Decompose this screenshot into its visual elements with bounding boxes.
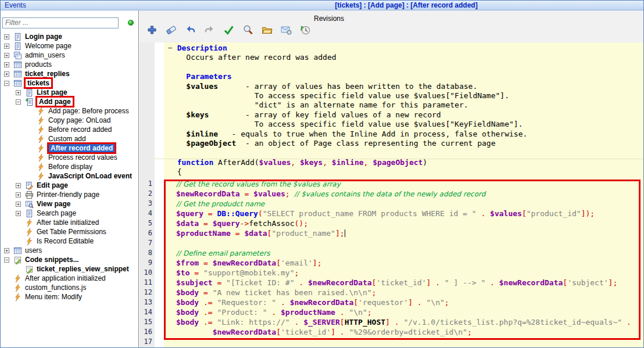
bolt-icon xyxy=(13,283,22,292)
expand-toggle[interactable]: + xyxy=(16,192,21,198)
tree-item-users[interactable]: +users xyxy=(1,246,138,255)
line-number: 12 xyxy=(139,288,152,297)
tree-item-label: Code snippets... xyxy=(24,256,80,264)
event-description: − Description Occurs after new record wa… xyxy=(168,44,527,177)
tree-item-after-record-added[interactable]: After record added xyxy=(1,143,138,153)
bolt-icon xyxy=(36,153,45,162)
tree-item-label: Login page xyxy=(24,33,63,41)
expand-toggle[interactable]: + xyxy=(4,34,9,40)
bolt-icon xyxy=(13,292,22,302)
expand-toggle[interactable]: + xyxy=(4,248,9,253)
code-text[interactable]: // Get the record values from the $value… xyxy=(176,179,631,347)
folder-icon xyxy=(262,24,273,35)
expand-toggle[interactable]: + xyxy=(4,44,9,49)
expand-toggle[interactable]: + xyxy=(16,211,21,216)
tree-item-login-page[interactable]: +Login page xyxy=(1,32,138,41)
clear-button[interactable] xyxy=(164,23,178,37)
doc-edit-icon xyxy=(24,181,34,190)
doc-plus-icon xyxy=(24,97,34,106)
open-button[interactable] xyxy=(260,23,274,37)
history-icon xyxy=(300,24,311,35)
tree-item-label: ticket_replies xyxy=(24,70,71,78)
tree-item-label: After application initialized xyxy=(24,274,107,282)
line-number: 11 xyxy=(139,278,152,288)
tree-item-label: Add page xyxy=(35,96,74,107)
tree-item-menu-item-modify[interactable]: Menu item: Modify xyxy=(1,292,138,302)
expand-toggle[interactable]: + xyxy=(4,53,9,58)
tree-item-view-page[interactable]: +View page xyxy=(1,199,138,209)
bolt-icon xyxy=(36,171,45,181)
bolt-icon xyxy=(36,162,45,171)
check-syntax-button[interactable] xyxy=(221,23,235,37)
text-caret xyxy=(345,229,345,237)
tree-item-label: Welcome page xyxy=(24,42,73,50)
table-icon xyxy=(13,60,22,69)
bolt-icon xyxy=(24,236,34,246)
tree-item-admin-users[interactable]: +admin_users xyxy=(1,51,138,60)
editor-toolbar: Revisions xyxy=(139,10,643,42)
tree-item-get-table-permissions[interactable]: Get Table Permissions xyxy=(1,227,138,236)
tree-item-is-record-editable[interactable]: Is Record Editable xyxy=(1,236,138,246)
bolt-icon xyxy=(24,227,34,236)
tree-item-javascript-onload-event[interactable]: JavaScript OnLoad event xyxy=(1,171,138,181)
filter-bar xyxy=(2,17,137,28)
undo-icon xyxy=(185,24,196,35)
doc-icon xyxy=(24,209,34,218)
eraser-icon xyxy=(166,24,177,35)
expand-toggle[interactable]: + xyxy=(4,62,9,67)
filter-input[interactable] xyxy=(2,17,119,28)
collapse-toggle[interactable]: − xyxy=(16,99,21,105)
expand-toggle[interactable]: + xyxy=(16,90,21,95)
tree-item-ticket-replies-view-snippet[interactable]: ticket_replies_view_snippet xyxy=(1,264,138,274)
editor-margin xyxy=(155,42,164,347)
breadcrumb-title: [tickets] : [Add page] : [After record a… xyxy=(335,1,477,9)
bolt-icon xyxy=(24,218,34,227)
tree-item-welcome-page[interactable]: +Welcome page xyxy=(1,41,138,51)
tree-item-after-table-initialized[interactable]: After table initialized xyxy=(1,218,138,227)
collapse-toggle[interactable]: − xyxy=(4,81,9,86)
line-number: 15 xyxy=(139,317,152,327)
send-email-button[interactable] xyxy=(279,23,293,37)
tree-item-add-page[interactable]: −Add page xyxy=(1,97,138,106)
tree-item-process-record-values[interactable]: Process record values xyxy=(1,153,138,162)
tree-item-search-page[interactable]: +Search page xyxy=(1,209,138,218)
tree-item-edit-page[interactable]: +Edit page xyxy=(1,181,138,190)
tree-item-after-application-initialized[interactable]: After application initialized xyxy=(1,274,138,283)
tree-item-label: Copy page: OnLoad xyxy=(47,116,112,124)
tree-item-custom-functions-js[interactable]: custom_functions.js xyxy=(1,283,138,292)
line-number: 14 xyxy=(139,307,152,317)
redo-button[interactable] xyxy=(202,23,216,37)
bolt-icon xyxy=(13,274,22,283)
code-editor[interactable]: − Description Occurs after new record wa… xyxy=(139,42,643,347)
tree-item-label: After record added xyxy=(47,142,116,154)
bolt-icon xyxy=(36,125,45,134)
revisions-button[interactable] xyxy=(298,23,312,37)
tree-item-add-page-before-process[interactable]: Add page: Before process xyxy=(1,106,138,116)
expand-toggle[interactable]: + xyxy=(16,183,21,188)
tree-item-ticket-replies[interactable]: +ticket_replies xyxy=(1,69,138,78)
line-number: 1 xyxy=(139,179,152,189)
undo-button[interactable] xyxy=(183,23,197,37)
line-number: 8 xyxy=(139,248,152,258)
tree-item-products[interactable]: +products xyxy=(1,60,138,69)
snippet-icon xyxy=(24,264,34,274)
tree-item-tickets[interactable]: −tickets xyxy=(1,78,138,88)
expand-toggle[interactable]: + xyxy=(16,202,21,207)
tree-item-before-display[interactable]: Before display xyxy=(1,162,138,171)
magnifier-icon xyxy=(242,24,253,35)
tree-item-printer-friendly-page[interactable]: +Printer-friendly page xyxy=(1,190,138,199)
tree-item-before-record-added[interactable]: Before record added xyxy=(1,125,138,134)
search-button[interactable] xyxy=(241,23,255,37)
line-number: 5 xyxy=(139,218,152,228)
line-number: 4 xyxy=(139,209,152,218)
check-icon xyxy=(223,24,234,35)
expand-toggle[interactable]: + xyxy=(4,71,9,77)
bolt-icon xyxy=(36,143,45,153)
add-button[interactable] xyxy=(145,23,159,37)
tree-item-label: Custom add xyxy=(47,135,87,143)
tree-item-code-snippets[interactable]: −Code snippets... xyxy=(1,255,138,264)
tree-item-label: Edit page xyxy=(35,181,69,189)
tree-item-label: ticket_replies_view_snippet xyxy=(35,265,130,273)
collapse-toggle[interactable]: − xyxy=(4,257,9,263)
tree-item-copy-page-onload[interactable]: Copy page: OnLoad xyxy=(1,116,138,125)
